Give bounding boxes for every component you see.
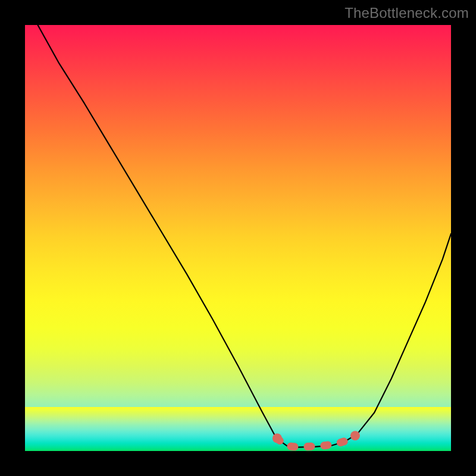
highlight-start-dot	[273, 434, 282, 443]
plot-area	[25, 25, 451, 451]
highlight-end-dot	[350, 431, 360, 440]
chart-stage: TheBottleneck.com	[0, 0, 476, 476]
highlight-segment	[277, 436, 355, 447]
chart-svg	[25, 25, 451, 451]
curve-line	[37, 25, 451, 447]
watermark-text: TheBottleneck.com	[345, 5, 469, 21]
